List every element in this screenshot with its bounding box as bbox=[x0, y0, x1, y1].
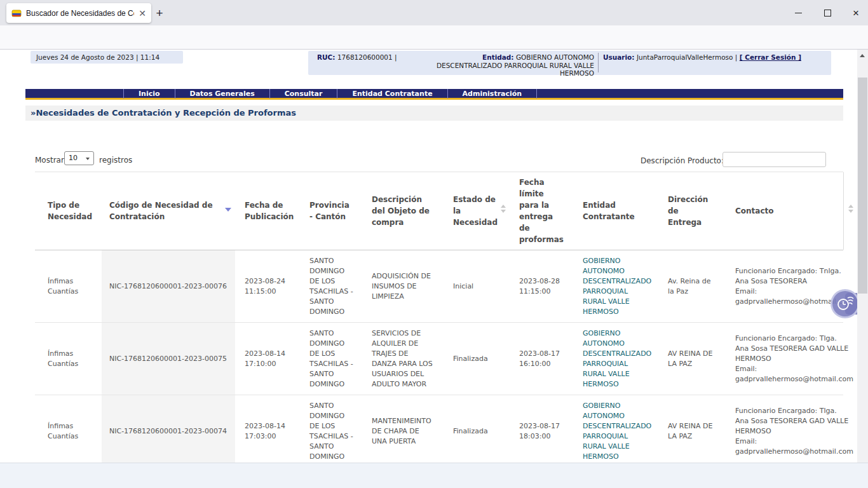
table-row: Ínfimas Cuantías NIC-1768120600001-2023-… bbox=[35, 395, 843, 463]
col-header-contacto[interactable]: Contacto bbox=[728, 172, 843, 250]
logout-link[interactable]: [ Cerrar Sesión ] bbox=[740, 53, 801, 61]
scrollbar-thumb[interactable] bbox=[858, 78, 867, 294]
nav-item-entidad-contratante[interactable]: Entidad Contratante bbox=[337, 89, 447, 98]
product-description-input[interactable] bbox=[722, 152, 826, 167]
product-description-label: Descripción Producto: bbox=[641, 156, 724, 165]
nav-item-inicio[interactable]: Inicio bbox=[123, 89, 175, 98]
cell-tipo: Ínfimas Cuantías bbox=[35, 395, 102, 463]
browser-toolbar: ← → https://www.compraspublicas.gob.ec/P… bbox=[0, 25, 868, 50]
cell-fecha-publicacion: 2023-08-14 17:10:00 bbox=[235, 323, 305, 395]
datetime-box: Jueves 24 de Agosto de 2023 | 11:14 bbox=[31, 51, 183, 64]
page-title-bar: »Necesidades de Contratación y Recepción… bbox=[25, 105, 843, 121]
cell-contacto: Funcionario Encargado: Tlga. Ana Sosa TE… bbox=[728, 323, 843, 395]
col-header-codigo[interactable]: Código de Necesidad de Contratación bbox=[102, 172, 235, 250]
needs-table: Tipo de Necesidad Código de Necesidad de… bbox=[35, 172, 843, 463]
close-button[interactable]: × bbox=[841, 0, 868, 25]
page-scrollbar[interactable] bbox=[857, 50, 868, 463]
col-header-descripcion[interactable]: Descripción del Objeto de compra bbox=[367, 172, 445, 250]
table-row: Ínfimas Cuantías NIC-1768120600001-2023-… bbox=[35, 323, 843, 395]
close-icon: × bbox=[853, 8, 859, 18]
maximize-icon bbox=[824, 10, 831, 17]
show-label: Mostrar bbox=[35, 156, 64, 165]
scrollbar-up-icon[interactable] bbox=[860, 54, 865, 57]
new-tab-button[interactable]: + bbox=[151, 5, 168, 22]
sort-desc-icon[interactable] bbox=[225, 208, 231, 212]
cell-direccion: Av. Reina de la Paz bbox=[662, 250, 728, 322]
col-header-fecha-publicacion[interactable]: Fecha de Publicación bbox=[235, 172, 305, 250]
user-field: Usuario: JuntaParroquialValleHermoso | [… bbox=[603, 53, 801, 61]
table-header-row: Tipo de Necesidad Código de Necesidad de… bbox=[35, 172, 843, 250]
entity-label: Entidad: bbox=[482, 53, 514, 61]
cell-entidad-link[interactable]: GOBIERNO AUTONOMO DESCENTRALIZADO PARROQ… bbox=[578, 323, 662, 395]
cell-fecha-publicacion: 2023-08-24 11:15:00 bbox=[235, 250, 305, 322]
cell-fecha-limite: 2023-08-17 16:10:00 bbox=[512, 323, 578, 395]
cell-provincia: SANTO DOMINGO DE LOS TSACHILAS - SANTO D… bbox=[305, 395, 367, 463]
divider bbox=[843, 172, 844, 250]
records-label: registros bbox=[99, 156, 132, 165]
cell-tipo: Ínfimas Cuantías bbox=[35, 250, 102, 322]
minimize-button[interactable] bbox=[783, 0, 813, 25]
ruc-field: RUC: 1768120600001 | bbox=[317, 53, 397, 61]
browser-tab-bar: Buscador de Necesidades de Co ✕ + × bbox=[0, 0, 868, 25]
cell-descripcion: ADQUISICIÓN DE INSUMOS DE LIMPIEZA bbox=[367, 250, 445, 322]
nav-item-consultar[interactable]: Consultar bbox=[270, 89, 338, 98]
cell-estado: Inicial bbox=[445, 250, 512, 322]
cell-direccion: AV REINA DE LA PAZ bbox=[662, 323, 728, 395]
col-header-tipo[interactable]: Tipo de Necesidad bbox=[35, 172, 102, 250]
cell-codigo: NIC-1768120600001-2023-00075 bbox=[102, 323, 235, 395]
cell-fecha-limite: 2023-08-28 11:15:00 bbox=[512, 250, 578, 322]
cell-codigo: NIC-1768120600001-2023-00074 bbox=[102, 395, 235, 463]
col-header-entidad[interactable]: Entidad Contratante bbox=[578, 172, 662, 250]
col-header-provincia[interactable]: Provincia - Cantón bbox=[305, 172, 367, 250]
entity-field: Entidad: GOBIERNO AUTONOMO DESCENTRALIZA… bbox=[413, 53, 594, 78]
floating-widget-button[interactable] bbox=[831, 289, 860, 318]
cell-estado: Finalizada bbox=[445, 395, 512, 463]
col-header-estado[interactable]: Estado de la Necesidad bbox=[445, 172, 512, 250]
ecuador-favicon bbox=[11, 8, 22, 18]
ruc-label: RUC: bbox=[317, 53, 336, 61]
cell-provincia: SANTO DOMINGO DE LOS TSACHILAS - SANTO D… bbox=[305, 250, 367, 322]
cell-descripcion: MANTENIMEINTO DE CHAPA DE UNA PUERTA bbox=[367, 395, 445, 463]
separator: | bbox=[395, 53, 397, 61]
cell-codigo: NIC-1768120600001-2023-00076 bbox=[102, 250, 235, 322]
cell-fecha-publicacion: 2023-08-14 17:03:00 bbox=[235, 395, 305, 463]
table-row: Ínfimas Cuantías NIC-1768120600001-2023-… bbox=[35, 250, 843, 323]
session-info-box: RUC: 1768120600001 | Entidad: GOBIERNO A… bbox=[308, 51, 831, 75]
separator: | bbox=[735, 53, 738, 61]
col-header-direccion[interactable]: Dirección de Entrega bbox=[662, 172, 728, 250]
page-content: Jueves 24 de Agosto de 2023 | 11:14 RUC:… bbox=[0, 50, 868, 463]
ruc-value: 1768120600001 bbox=[337, 53, 393, 61]
maximize-button[interactable] bbox=[813, 0, 842, 25]
divider bbox=[598, 53, 599, 72]
show-records-value: 10 bbox=[69, 154, 78, 162]
nav-item-datos-generales[interactable]: Datos Generales bbox=[175, 89, 270, 98]
sort-both-icon[interactable] bbox=[501, 205, 506, 213]
user-value: JuntaParroquialValleHermoso bbox=[637, 53, 733, 61]
page-title: »Necesidades de Contratación y Recepción… bbox=[31, 108, 296, 118]
browser-tab[interactable]: Buscador de Necesidades de Co ✕ bbox=[6, 3, 151, 23]
cell-estado: Finalizada bbox=[445, 323, 512, 395]
show-records-select[interactable]: 10 bbox=[64, 151, 94, 165]
main-nav: Inicio Datos Generales Consultar Entidad… bbox=[25, 89, 843, 100]
cell-entidad-link[interactable]: GOBIERNO AUTONOMO DESCENTRALIZADO PARROQ… bbox=[578, 250, 662, 322]
cell-descripcion: SERVICIOS DE ALQUILER DE TRAJES DE DANZA… bbox=[367, 323, 445, 395]
nav-item-administracion[interactable]: Administración bbox=[448, 89, 538, 98]
tab-close-icon[interactable]: ✕ bbox=[139, 9, 146, 18]
cell-contacto: Funcionario Encargado: Tlga. Ana Sosa TE… bbox=[728, 395, 843, 463]
minimize-icon bbox=[795, 13, 802, 13]
cell-direccion: AV REINA DE LA PAZ bbox=[662, 395, 728, 463]
taskbar: Z bbox=[0, 463, 868, 488]
tab-title: Buscador de Necesidades de Co bbox=[26, 9, 134, 18]
cell-fecha-limite: 2023-08-17 18:03:00 bbox=[512, 395, 578, 463]
entity-value: GOBIERNO AUTONOMO DESCENTRALIZADO PARROQ… bbox=[437, 53, 594, 77]
winged-clock-widget-icon bbox=[836, 294, 855, 313]
user-label: Usuario: bbox=[603, 53, 635, 61]
col-header-fecha-limite[interactable]: Fecha límite para la entrega de proforma… bbox=[512, 172, 578, 250]
cell-tipo: Ínfimas Cuantías bbox=[35, 323, 102, 395]
cell-provincia: SANTO DOMINGO DE LOS TSACHILAS - SANTO D… bbox=[305, 323, 367, 395]
cell-entidad-link[interactable]: GOBIERNO AUTONOMO DESCENTRALIZADO PARROQ… bbox=[578, 395, 662, 463]
chevron-down-icon bbox=[86, 158, 90, 160]
cell-contacto: Funcionario Encargado: Tnlga. Ana Sosa T… bbox=[728, 250, 843, 322]
